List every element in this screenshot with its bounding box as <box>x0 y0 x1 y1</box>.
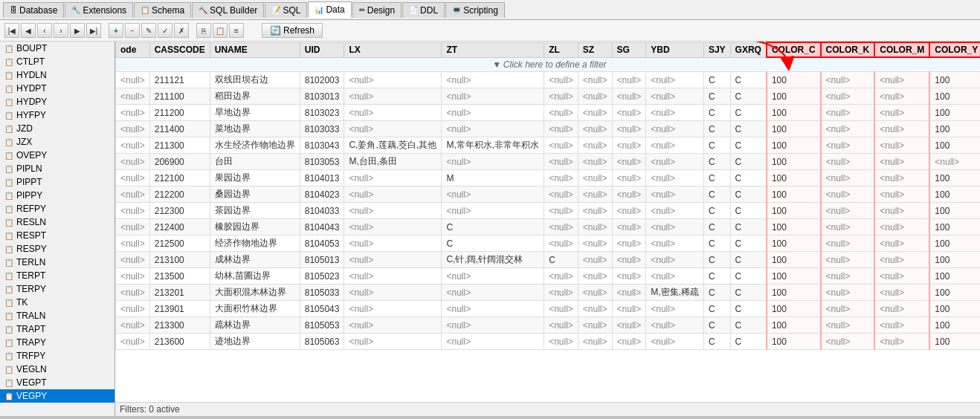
sidebar-item-vegln[interactable]: 📋VEGLN <box>0 363 115 376</box>
nav-first-btn[interactable]: |◀ <box>4 23 19 38</box>
tab-sql builder[interactable]: 🔨SQL Builder <box>192 2 264 18</box>
nav-next-btn[interactable]: › <box>54 23 68 38</box>
nav-prev2-btn[interactable]: ‹ <box>37 23 52 38</box>
cell-sz: <null> <box>578 285 612 301</box>
col-header-color-k[interactable]: COLOR_K <box>821 42 875 57</box>
nav-last-btn[interactable]: ▶| <box>86 23 101 38</box>
tab-data[interactable]: 📊Data <box>308 1 351 18</box>
sidebar-item-ctlpt[interactable]: 📋CTLPT <box>0 55 115 68</box>
col-header-sg[interactable]: SG <box>612 42 646 57</box>
col-header-ode[interactable]: ode <box>116 42 150 57</box>
sidebar-item-pipln[interactable]: 📋PIPLN <box>0 162 115 175</box>
col-header-ybd[interactable]: YBD <box>646 42 704 57</box>
table-row[interactable]: <null>212300茶园边界8104033<null><null><null… <box>116 203 981 219</box>
nav-cancel-btn[interactable]: ✗ <box>174 23 189 38</box>
sidebar-item-hyfpy[interactable]: 📋HYFPY <box>0 108 115 122</box>
sidebar-item-vegpt[interactable]: 📋VEGPT <box>0 376 115 389</box>
sidebar-item-vegpy[interactable]: 📋VEGPY <box>0 389 115 403</box>
table-row[interactable]: <null>211300水生经济作物地边界8103043C,姜角,莲藕,茭白,其… <box>116 137 981 154</box>
main-content: odeCASSCODEUNAMEUIDLXZTZLSZSGYBDSJYGXRQC… <box>115 42 980 416</box>
sidebar-item-pippt[interactable]: 📋PIPPT <box>0 175 115 189</box>
nav-extra-btn[interactable]: ≡ <box>229 23 244 38</box>
cell-sz: <null> <box>578 301 612 317</box>
cell-ybd: <null> <box>646 252 704 268</box>
sidebar-item-hydln[interactable]: 📋HYDLN <box>0 68 115 82</box>
table-row[interactable]: <null>206900台田8103053M,台田,条田<null><null>… <box>116 154 981 170</box>
col-header-color-y[interactable]: COLOR_Y <box>929 42 980 57</box>
table-row[interactable]: <null>211400菜地边界8103033<null><null><null… <box>116 121 981 137</box>
cell-ode: <null> <box>116 154 150 170</box>
col-header-gxrq[interactable]: GXRQ <box>730 42 767 57</box>
table-icon: 📋 <box>4 366 13 374</box>
tab-database[interactable]: 🗄Database <box>3 2 64 18</box>
col-header-color-c[interactable]: COLOR_C <box>767 42 821 57</box>
col-header-sz[interactable]: SZ <box>578 42 612 57</box>
nav-confirm-btn[interactable]: ✓ <box>158 23 173 38</box>
col-header-sjy[interactable]: SJY <box>703 42 730 57</box>
sidebar-item-terpt[interactable]: 📋TERPT <box>0 269 115 282</box>
sidebar-item-respt[interactable]: 📋RESPT <box>0 229 115 242</box>
tab-sql[interactable]: 📝SQL <box>265 2 307 18</box>
cell-gxrq: C <box>730 252 767 268</box>
cell-uname: 双线田坝右边 <box>210 72 300 88</box>
sidebar-item-trapt[interactable]: 📋TRAPT <box>0 322 115 336</box>
table-row[interactable]: <null>213300疏林边界8105053<null><null><null… <box>116 317 981 334</box>
cell-color-m: <null> <box>874 121 929 137</box>
nav-remove-btn[interactable]: − <box>125 23 140 38</box>
sidebar-item-ovepy[interactable]: 📋OVEPY <box>0 149 115 162</box>
table-row[interactable]: <null>211100稻田边界8103013<null><null><null… <box>116 88 981 105</box>
sidebar-item-trapy[interactable]: 📋TRAPY <box>0 336 115 349</box>
col-header-casscode[interactable]: CASSCODE <box>149 42 210 57</box>
sidebar-item-terpy[interactable]: 📋TERPY <box>0 282 115 296</box>
nav-paste-btn[interactable]: 📋 <box>213 23 228 38</box>
cell-sg: <null> <box>612 137 646 154</box>
sidebar-item-pippy[interactable]: 📋PIPPY <box>0 189 115 202</box>
table-row[interactable]: <null>213201大面积混木林边界8105033<null><null><… <box>116 285 981 301</box>
sidebar-item-boupt[interactable]: 📋BOUPT <box>0 42 115 55</box>
table-row[interactable]: <null>212500经济作物地边界8104053<null>C<null><… <box>116 236 981 252</box>
tab-schema[interactable]: 📋Schema <box>134 2 191 18</box>
sidebar-item-resln[interactable]: 📋RESLN <box>0 215 115 229</box>
refresh-button[interactable]: 🔄 Refresh <box>262 23 323 38</box>
data-grid[interactable]: odeCASSCODEUNAMEUIDLXZTZLSZSGYBDSJYGXRQC… <box>115 42 980 402</box>
tab-design[interactable]: ✏Design <box>352 2 402 18</box>
col-header-color-m[interactable]: COLOR_M <box>874 42 929 57</box>
tab-extensions[interactable]: 🔧Extensions <box>65 2 133 18</box>
nav-edit-btn[interactable]: ✎ <box>141 23 156 38</box>
table-row[interactable]: <null>212200桑园边界8104023<null><null><null… <box>116 186 981 203</box>
cell-ybd: <null> <box>646 88 704 105</box>
nav-copy-btn[interactable]: ⎘ <box>196 23 211 38</box>
sidebar-item-jzx[interactable]: 📋JZX <box>0 135 115 149</box>
sidebar-item-respy[interactable]: 📋RESPY <box>0 242 115 256</box>
col-header-zt[interactable]: ZT <box>442 42 544 57</box>
sidebar-item-jzd[interactable]: 📋JZD <box>0 122 115 135</box>
nav-next2-btn[interactable]: ▶ <box>70 23 85 38</box>
col-header-lx[interactable]: LX <box>344 42 442 57</box>
table-row[interactable]: <null>213600迹地边界8105063<null><null><null… <box>116 334 981 350</box>
col-header-uname[interactable]: UNAME <box>210 42 300 57</box>
sidebar-item-traln[interactable]: 📋TRALN <box>0 309 115 322</box>
nav-prev-btn[interactable]: ◀ <box>21 23 36 38</box>
table-row[interactable]: <null>212100果园边界8104013<null>M<null><nul… <box>116 170 981 186</box>
table-row[interactable]: <null>213901大面积竹林边界8105043<null><null><n… <box>116 301 981 317</box>
cell-sz: <null> <box>578 154 612 170</box>
filter-row[interactable]: ▼ Click here to define a filter <box>116 57 981 72</box>
cell-uname: 经济作物地边界 <box>210 236 300 252</box>
sidebar-item-refpy[interactable]: 📋REFPY <box>0 202 115 215</box>
header-row: odeCASSCODEUNAMEUIDLXZTZLSZSGYBDSJYGXRQC… <box>116 42 981 57</box>
table-row[interactable]: <null>213500幼林,苗圃边界8105023<null><null><n… <box>116 268 981 285</box>
table-row[interactable]: <null>212400橡胶园边界8104043<null>C<null><nu… <box>116 219 981 236</box>
sidebar-item-hydpy[interactable]: 📋HYDPY <box>0 95 115 108</box>
sidebar-item-tk[interactable]: 📋TK <box>0 296 115 309</box>
col-header-uid[interactable]: UID <box>300 42 344 57</box>
table-row[interactable]: <null>211200旱地边界8103023<null><null><null… <box>116 105 981 121</box>
sidebar-item-terln[interactable]: 📋TERLN <box>0 256 115 269</box>
tab-ddl[interactable]: 📄DDL <box>402 2 445 18</box>
sidebar-item-hydpt[interactable]: 📋HYDPT <box>0 82 115 95</box>
tab-scripting[interactable]: 💻Scripting <box>445 2 505 18</box>
sidebar-item-trfpy[interactable]: 📋TRFPY <box>0 349 115 363</box>
table-row[interactable]: <null>211121双线田坝右边8102003<null><null><nu… <box>116 72 981 88</box>
nav-add-btn[interactable]: + <box>109 23 123 38</box>
col-header-zl[interactable]: ZL <box>544 42 578 57</box>
table-row[interactable]: <null>213100成林边界8105013<null>C,针,阔,针阔混交林… <box>116 252 981 268</box>
